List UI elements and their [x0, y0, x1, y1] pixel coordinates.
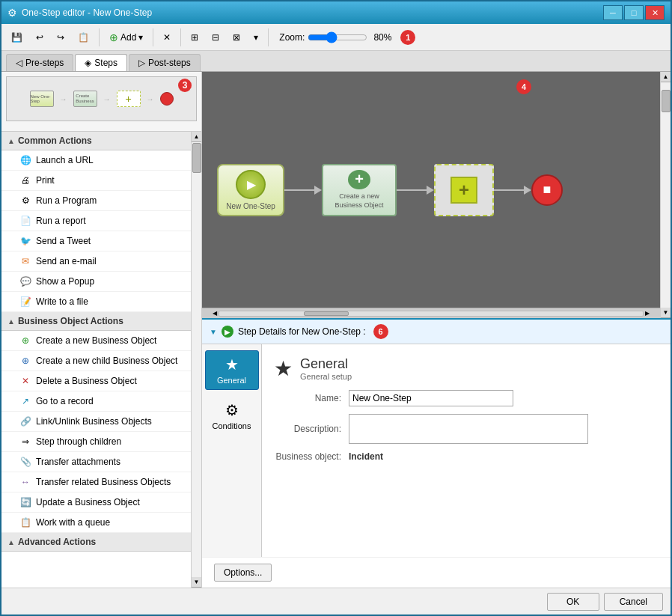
create-child-bo-icon: ⊕: [19, 355, 31, 367]
ok-button[interactable]: OK: [547, 593, 599, 611]
align-center-button[interactable]: ⊟: [207, 28, 224, 47]
action-create-child-bo[interactable]: ⊕ Create a new child Business Object: [1, 351, 191, 371]
section-business-object-actions[interactable]: ▲ Business Object Actions: [1, 312, 191, 331]
preview-canvas: New One-Step → CreateBusiness → + → 3: [6, 76, 197, 121]
run-report-icon: 📄: [19, 215, 31, 227]
description-input[interactable]: [349, 414, 588, 444]
options-button[interactable]: Options...: [214, 564, 272, 582]
minimize-button[interactable]: ─: [603, 5, 623, 20]
tab-pre-steps[interactable]: ◁ Pre-steps: [6, 54, 73, 71]
section-common-actions[interactable]: ▲ Common Actions: [1, 132, 191, 150]
step-form: ★ General General setup Name: Descriptio…: [262, 344, 671, 557]
sidebar-scroll-up[interactable]: ▲: [192, 132, 201, 142]
workflow-node-add[interactable]: +: [434, 164, 494, 216]
delete-button[interactable]: ✕: [158, 28, 176, 47]
canvas-vscroll-thumb[interactable]: [662, 90, 671, 112]
name-input[interactable]: [349, 390, 513, 406]
nav-item-general[interactable]: ★ General: [205, 350, 259, 390]
action-transfer-attachments[interactable]: 📎 Transfer attachments: [1, 452, 191, 472]
workflow-node-start[interactable]: ▶ New One-Step: [217, 164, 284, 216]
create-bo-icon: ⊕: [19, 335, 31, 347]
work-queue-icon: 📋: [19, 516, 31, 528]
sidebar-scroll-thumb[interactable]: [192, 143, 201, 173]
preview-node-start: New One-Step: [30, 91, 54, 107]
preview-panel: New One-Step → CreateBusiness → + → 3: [1, 72, 201, 132]
canvas-vscroll-up[interactable]: ▲: [661, 72, 671, 82]
close-button[interactable]: ✕: [645, 5, 665, 20]
sidebar-scroll-track: [192, 142, 201, 577]
action-create-bo-label: Create a new Business Object: [36, 335, 156, 346]
canvas-badge: 4: [516, 79, 531, 94]
main-window: ⚙ One-Step editor - New One-Step ─ □ ✕ 💾…: [0, 0, 672, 616]
step-details-title: Step Details for New One-Step :: [238, 326, 366, 337]
sidebar-scrollbar[interactable]: ▲ ▼: [191, 132, 201, 588]
post-steps-label: Post-steps: [148, 58, 191, 68]
action-print[interactable]: 🖨 Print: [1, 171, 191, 191]
action-step-children[interactable]: ⇒ Step through children: [1, 432, 191, 452]
action-create-business-object[interactable]: ⊕ Create a new Business Object: [1, 331, 191, 351]
sidebar-scroll-down[interactable]: ▼: [192, 577, 201, 588]
show-popup-icon: 💬: [19, 275, 31, 287]
action-run-report[interactable]: 📄 Run a report: [1, 211, 191, 231]
app-icon: ⚙: [7, 7, 17, 19]
action-link-unlink[interactable]: 🔗 Link/Unlink Business Objects: [1, 412, 191, 432]
tab-steps[interactable]: ◈ Steps: [75, 54, 127, 71]
launch-url-icon: 🌐: [19, 154, 31, 166]
hscroll-left-btn[interactable]: ◀: [213, 310, 217, 317]
action-step-children-label: Step through children: [36, 436, 121, 447]
align-left-button[interactable]: ⊞: [186, 28, 204, 47]
arrow-line-3: [494, 189, 524, 191]
title-bar: ⚙ One-Step editor - New One-Step ─ □ ✕: [1, 1, 671, 24]
section-advanced-actions[interactable]: ▲ Advanced Actions: [1, 533, 191, 552]
undo-button[interactable]: ↩: [31, 28, 49, 47]
nav-item-conditions[interactable]: ⚙ Conditions: [205, 396, 259, 436]
step-title-area: ★ General General setup: [274, 356, 659, 381]
maximize-button[interactable]: □: [624, 5, 644, 20]
business-actions-header: Business Object Actions: [18, 316, 123, 326]
action-update-bo[interactable]: 🔄 Update a Business Object: [1, 493, 191, 513]
workflow-node-create[interactable]: + Create a new Business Object: [322, 164, 397, 216]
action-send-email[interactable]: ✉ Send an e-mail: [1, 251, 191, 272]
action-show-popup[interactable]: 💬 Show a Popup: [1, 272, 191, 292]
tab-post-steps[interactable]: ▷ Post-steps: [129, 54, 201, 71]
step-footer: Options...: [202, 557, 671, 588]
toolbar-separator-2: [153, 28, 153, 46]
send-email-icon: ✉: [19, 255, 31, 267]
step-details-status-icon: ▶: [222, 326, 233, 338]
action-write-file-label: Write to a file: [36, 296, 88, 307]
toolbar-separator-4: [268, 28, 269, 46]
action-transfer-related[interactable]: ↔ Transfer related Business Objects: [1, 472, 191, 493]
create-node-label: Create a new Business Object: [328, 192, 391, 210]
name-label: Name:: [274, 393, 349, 403]
conditions-nav-label: Conditions: [213, 421, 251, 430]
canvas-vscroll-down[interactable]: ▼: [661, 308, 671, 318]
workflow-canvas[interactable]: 4 ▶ New One-Step: [202, 72, 660, 308]
redo-button[interactable]: ↪: [52, 28, 70, 47]
canvas-area: 4 ▶ New One-Step: [202, 72, 660, 318]
run-program-icon: ⚙: [19, 195, 31, 207]
workflow-node-stop[interactable]: ■: [531, 174, 563, 206]
zoom-slider[interactable]: [308, 31, 367, 43]
action-work-queue[interactable]: 📋 Work with a queue: [1, 513, 191, 533]
align-right-button[interactable]: ⊠: [227, 28, 245, 47]
action-transfer-attachments-label: Transfer attachments: [36, 457, 120, 467]
step-details-collapse-icon[interactable]: ▼: [210, 328, 217, 336]
more-button[interactable]: ▾: [248, 28, 263, 47]
action-goto-record[interactable]: ↗ Go to a record: [1, 391, 191, 412]
step-details: ▼ ▶ Step Details for New One-Step : 6 ★ …: [202, 318, 671, 588]
save-button[interactable]: 💾: [6, 28, 28, 47]
action-delete-bo-label: Delete a Business Object: [36, 376, 137, 386]
action-send-tweet[interactable]: 🐦 Send a Tweet: [1, 231, 191, 251]
cancel-button[interactable]: Cancel: [604, 593, 663, 611]
add-button[interactable]: ⊕ Add ▾: [104, 28, 148, 47]
advanced-actions-header: Advanced Actions: [18, 537, 96, 547]
action-delete-bo[interactable]: ✕ Delete a Business Object: [1, 371, 191, 391]
name-row: Name:: [274, 390, 659, 406]
action-run-program[interactable]: ⚙ Run a Program: [1, 191, 191, 211]
hscroll-right-btn[interactable]: ▶: [645, 310, 650, 317]
hscroll-thumb[interactable]: [304, 311, 349, 316]
action-launch-url[interactable]: 🌐 Launch a URL: [1, 150, 191, 171]
action-update-bo-label: Update a Business Object: [36, 497, 140, 507]
action-write-file[interactable]: 📝 Write to a file: [1, 292, 191, 312]
copy-button[interactable]: 📋: [73, 28, 94, 47]
